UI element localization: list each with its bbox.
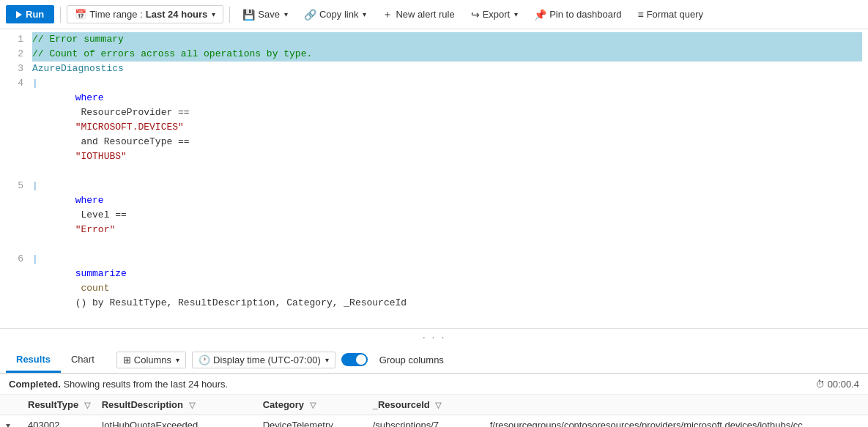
- copy-link-label: Copy link: [319, 9, 358, 20]
- time-range-button[interactable]: 📅 Time range : Last 24 hours ▾: [67, 5, 223, 23]
- copy-link-button[interactable]: 🔗 Copy link ▾: [297, 5, 373, 24]
- divider-2: [229, 7, 230, 23]
- cell-resourceid: /subscriptions/7: [367, 415, 484, 428]
- results-toolbar: Results Chart ⊞ Columns ▾ 🕐 Display time…: [0, 346, 868, 374]
- code-line-3: 3 AzureDiagnostics: [0, 62, 868, 76]
- results-table: ResultType ▽ ResultDescription ▽ Categor…: [0, 395, 868, 427]
- export-chevron-icon: ▾: [514, 10, 518, 18]
- save-button[interactable]: 💾 Save ▾: [236, 5, 294, 24]
- new-alert-rule-button[interactable]: ＋ New alert rule: [376, 4, 461, 25]
- save-icon: 💾: [242, 9, 255, 21]
- code-line-5: 5 | where Level == "Error": [0, 179, 868, 252]
- col-header-category[interactable]: Category ▽: [257, 395, 367, 415]
- columns-label: Columns: [134, 354, 171, 365]
- status-duration: ⏱ 00:00.4: [815, 379, 859, 390]
- tab-results[interactable]: Results: [6, 348, 61, 373]
- col-header-rest: [484, 395, 868, 415]
- main-toolbar: Run 📅 Time range : Last 24 hours ▾ 💾 Sav…: [0, 0, 868, 29]
- columns-icon: ⊞: [123, 354, 131, 365]
- col-header-resourceid[interactable]: _ResourceId ▽: [367, 395, 484, 415]
- display-time-chevron-icon: ▾: [325, 356, 329, 364]
- timer-icon: ⏱: [815, 379, 825, 390]
- code-line-6: 6 | summarize count () by ResultType, Re…: [0, 252, 868, 325]
- save-label: Save: [258, 9, 280, 20]
- cell-resultdesc: IotHubQuotaExceeded: [96, 415, 257, 428]
- group-columns-label: Group columns: [374, 352, 450, 368]
- cell-resourceid-full: f/resourcegroups/contosoresources/provid…: [484, 415, 868, 428]
- results-table-wrapper: ResultType ▽ ResultDescription ▽ Categor…: [0, 395, 868, 427]
- chevron-down-icon: ▾: [212, 10, 215, 18]
- run-button[interactable]: Run: [6, 5, 54, 23]
- link-icon: 🔗: [304, 9, 316, 21]
- cell-category: DeviceTelemetry: [257, 415, 367, 428]
- clock-icon: 🕐: [199, 354, 210, 365]
- pin-to-dashboard-button[interactable]: 📌 Pin to dashboard: [527, 5, 628, 24]
- status-completed: Completed.: [9, 379, 61, 390]
- save-chevron-icon: ▾: [284, 10, 288, 18]
- pin-to-dashboard-label: Pin to dashboard: [549, 9, 621, 20]
- calendar-icon: 📅: [75, 9, 86, 20]
- filter-icon-resultdesc: ▽: [189, 401, 195, 409]
- plus-icon: ＋: [382, 8, 393, 21]
- duration-value: 00:00.4: [828, 379, 859, 390]
- expand-button[interactable]: ▾: [6, 420, 10, 427]
- status-message: Completed. Showing results from the last…: [9, 379, 228, 390]
- status-bar: Completed. Showing results from the last…: [0, 374, 868, 395]
- filter-icon-category: ▽: [310, 401, 316, 409]
- export-button[interactable]: ↪ Export ▾: [464, 5, 525, 24]
- code-line-1: 1 // Error summary: [0, 32, 868, 47]
- play-icon: [16, 11, 22, 18]
- format-query-button[interactable]: ≡ Format query: [631, 5, 710, 24]
- copy-link-chevron-icon: ▾: [363, 10, 366, 18]
- code-line-4: 4 | where ResourceProvider == "MICROSOFT…: [0, 76, 868, 179]
- run-label: Run: [26, 9, 44, 20]
- resize-handle[interactable]: · · ·: [0, 329, 868, 346]
- time-range-label: Time range :: [89, 9, 143, 20]
- pin-icon: 📌: [534, 9, 546, 21]
- columns-chevron-icon: ▾: [176, 356, 179, 364]
- table-row: ▾ 403002 IotHubQuotaExceeded DeviceTelem…: [0, 415, 868, 428]
- cell-resulttype: 403002: [22, 415, 96, 428]
- divider-1: [60, 7, 61, 23]
- new-alert-rule-label: New alert rule: [396, 9, 454, 20]
- results-options: ⊞ Columns ▾ 🕐 Display time (UTC-07:00) ▾…: [116, 352, 450, 368]
- export-icon: ↪: [471, 9, 480, 21]
- filter-icon-resourceid: ▽: [435, 401, 441, 409]
- columns-button[interactable]: ⊞ Columns ▾: [116, 352, 186, 368]
- code-editor[interactable]: 1 // Error summary 2 // Count of errors …: [0, 29, 868, 329]
- display-time-button[interactable]: 🕐 Display time (UTC-07:00) ▾: [192, 352, 335, 368]
- col-header-resultdesc[interactable]: ResultDescription ▽: [96, 395, 257, 415]
- col-header-resulttype[interactable]: ResultType ▽: [22, 395, 96, 415]
- code-line-2: 2 // Count of errors across all operatio…: [0, 47, 868, 62]
- display-time-label: Display time (UTC-07:00): [213, 354, 321, 365]
- col-header-expand: [0, 395, 22, 415]
- format-query-label: Format query: [647, 9, 703, 20]
- status-text: Showing results from the last 24 hours.: [63, 379, 228, 390]
- export-label: Export: [483, 9, 511, 20]
- table-header-row: ResultType ▽ ResultDescription ▽ Categor…: [0, 395, 868, 415]
- filter-icon-resulttype: ▽: [84, 401, 90, 409]
- group-columns-toggle[interactable]: [341, 353, 368, 366]
- format-icon: ≡: [638, 9, 644, 21]
- time-range-value: Last 24 hours: [146, 9, 208, 20]
- tab-chart[interactable]: Chart: [61, 348, 105, 373]
